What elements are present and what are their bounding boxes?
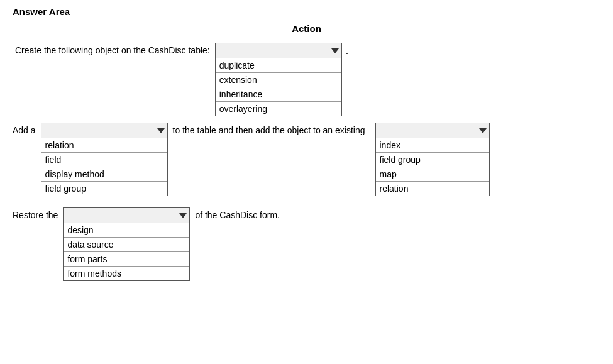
row3-dropdown-arrow-icon bbox=[179, 213, 187, 218]
list-item[interactable]: display method bbox=[41, 167, 167, 182]
action-title: Action bbox=[13, 23, 600, 34]
list-item[interactable]: design bbox=[64, 223, 189, 238]
row1-container: Create the following object on the CashD… bbox=[15, 43, 600, 116]
row1-dropdown-options: duplicate extension inheritance overlaye… bbox=[216, 58, 341, 116]
row2-dropdown2[interactable]: index field group map relation bbox=[375, 123, 490, 196]
row3-suffix: of the CashDisc form. bbox=[195, 210, 280, 220]
list-item[interactable]: field group bbox=[376, 153, 489, 167]
row2-dropdown2-header[interactable] bbox=[376, 123, 489, 138]
answer-area-title: Answer Area bbox=[13, 6, 600, 17]
list-item[interactable]: overlayering bbox=[216, 102, 341, 116]
row2-dropdown1[interactable]: relation field display method field grou… bbox=[41, 123, 168, 196]
list-item[interactable]: extension bbox=[216, 73, 341, 87]
list-item[interactable]: map bbox=[376, 167, 489, 182]
row2-middle-text: to the table and then add the object to … bbox=[173, 125, 365, 135]
row2-container: Add a relation field display method fiel… bbox=[13, 123, 600, 196]
row2-dropdown1-arrow-icon bbox=[157, 128, 165, 133]
row1-prefix: Create the following object on the CashD… bbox=[15, 45, 210, 55]
row2-dropdown1-options: relation field display method field grou… bbox=[41, 138, 167, 196]
row1-suffix: . bbox=[346, 45, 348, 57]
list-item[interactable]: inheritance bbox=[216, 87, 341, 102]
list-item[interactable]: relation bbox=[41, 138, 167, 153]
list-item[interactable]: field bbox=[41, 153, 167, 167]
row1-dropdown[interactable]: duplicate extension inheritance overlaye… bbox=[215, 43, 342, 116]
row3-dropdown[interactable]: design data source form parts form metho… bbox=[63, 207, 190, 281]
row3-dropdown-options: design data source form parts form metho… bbox=[64, 223, 189, 280]
row2-prefix: Add a bbox=[13, 125, 36, 135]
row1-dropdown-arrow-icon bbox=[331, 48, 339, 53]
list-item[interactable]: form methods bbox=[64, 267, 189, 280]
row3-dropdown-header[interactable] bbox=[64, 208, 189, 223]
list-item[interactable]: form parts bbox=[64, 252, 189, 267]
row2-dropdown2-options: index field group map relation bbox=[376, 138, 489, 196]
list-item[interactable]: data source bbox=[64, 238, 189, 252]
row3-prefix: Restore the bbox=[13, 210, 58, 220]
list-item[interactable]: relation bbox=[376, 182, 489, 196]
list-item[interactable]: duplicate bbox=[216, 58, 341, 73]
row3-container: Restore the design data source form part… bbox=[13, 207, 600, 281]
row2-dropdown1-header[interactable] bbox=[41, 123, 167, 138]
list-item[interactable]: index bbox=[376, 138, 489, 153]
row1-dropdown-header[interactable] bbox=[216, 43, 341, 58]
list-item[interactable]: field group bbox=[41, 182, 167, 196]
row2-dropdown2-arrow-icon bbox=[479, 128, 487, 133]
